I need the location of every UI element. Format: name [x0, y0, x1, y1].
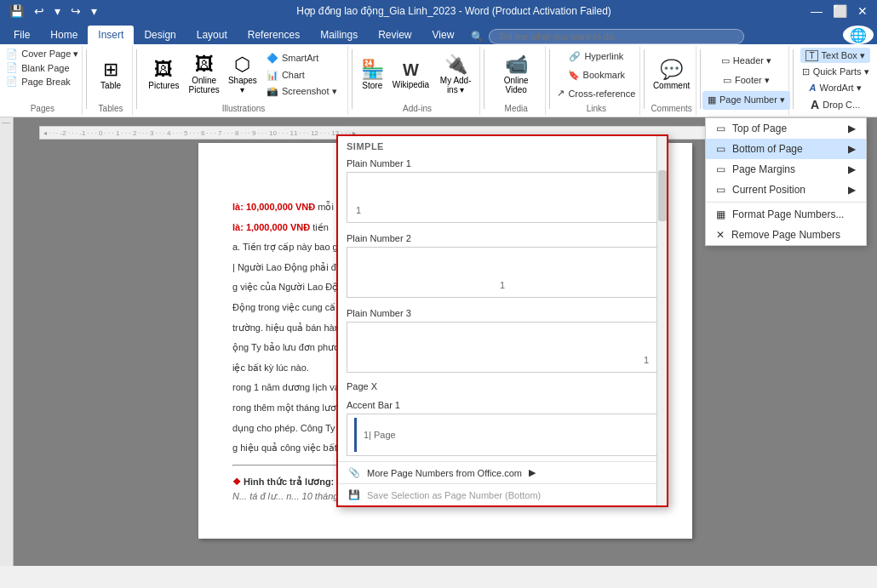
plain-number-2-preview: 1	[347, 247, 658, 298]
tab-view[interactable]: View	[422, 26, 465, 44]
tab-review[interactable]: Review	[368, 26, 421, 44]
screenshot-button[interactable]: 📸 Screenshot ▾	[261, 83, 342, 100]
gallery-scrollbar[interactable]	[656, 136, 667, 505]
redo-button[interactable]: ↪	[68, 3, 83, 20]
tab-references[interactable]: References	[238, 26, 310, 44]
smartart-button[interactable]: 🔷 SmartArt	[261, 50, 342, 66]
remove-page-numbers-item[interactable]: ✕ Remove Page Numbers	[706, 225, 866, 245]
cross-reference-button[interactable]: ↗ Cross-reference	[552, 84, 640, 102]
gallery-page-x-label: Page X	[338, 378, 667, 395]
store-button[interactable]: 🏪 Store	[358, 50, 387, 100]
comment-icon: 💬	[660, 60, 683, 79]
text-box-button[interactable]: T Text Box ▾	[800, 48, 869, 63]
more-icon: 📎	[348, 467, 360, 478]
shapes-button[interactable]: ⬡ Shapes ▾	[226, 50, 260, 100]
plain-number-2-label: Plain Number 2	[347, 233, 658, 243]
current-position-item[interactable]: ▭ Current Position ▶	[706, 180, 866, 200]
wikipedia-button[interactable]: W Wikipedia	[389, 50, 433, 100]
remove-icon: ✕	[716, 229, 725, 241]
minimize-button[interactable]: —	[808, 3, 825, 20]
tab-home[interactable]: Home	[40, 26, 88, 44]
num-2-value: 1	[500, 280, 505, 290]
customize-qat[interactable]: ▾	[89, 3, 100, 20]
salary-label: Hình thức trả lương:	[244, 477, 334, 487]
header-button[interactable]: ▭ Header ▾	[716, 52, 777, 71]
accent-bar-1-preview: 1| Page	[347, 414, 658, 456]
undo-button[interactable]: ↩	[32, 3, 47, 20]
table-button[interactable]: ⊞ Table	[97, 50, 124, 100]
top-of-page-item[interactable]: ▭ Top of Page ▶	[706, 118, 866, 139]
bottom-page-label: Bottom of Page	[732, 143, 803, 155]
tab-insert[interactable]: Insert	[88, 26, 134, 44]
accent-bar-1-item[interactable]: Accent Bar 1 1| Page	[338, 395, 667, 461]
remove-label: Remove Page Numbers	[731, 229, 840, 241]
sep6	[644, 49, 645, 109]
wikipedia-icon: W	[403, 61, 419, 78]
accent-bar-1-label: Accent Bar 1	[347, 400, 658, 410]
more-page-numbers-item[interactable]: 📎 More Page Numbers from Office.com ▶	[338, 461, 667, 483]
tab-file[interactable]: File	[3, 26, 40, 44]
ribbon-group-media: 📹 Online Video Media	[487, 46, 546, 115]
undo-dropdown[interactable]: ▾	[52, 3, 63, 20]
cover-page-button[interactable]: 📄 Cover Page ▾	[3, 48, 82, 60]
save-button[interactable]: 💾	[7, 3, 26, 20]
ribbon-group-links: 🔗 Hyperlink 🔖 Bookmark ↗ Cross-reference…	[553, 46, 640, 115]
plain-number-1-item[interactable]: Plain Number 1 1	[338, 153, 667, 228]
store-icon: 🏪	[361, 60, 384, 79]
quick-access-toolbar: 💾 ↩ ▾ ↪ ▾ Hợp đồng lao động_Gia Linh_202…	[0, 0, 877, 22]
accent-bar-text: 1| Page	[364, 430, 396, 440]
bottom-of-page-item[interactable]: ▭ Bottom of Page ▶	[706, 139, 866, 159]
drop-cap-button[interactable]: A Drop C...	[805, 96, 865, 113]
addins-icon: 🔌	[444, 55, 467, 74]
page-margins-arrow: ▶	[848, 163, 856, 175]
more-arrow: ▶	[529, 467, 536, 478]
ribbon-body: 📄 Cover Page ▾ 📄 Blank Page 📄 Page Break…	[0, 44, 877, 117]
addins-group-label: Add-ins	[403, 102, 432, 113]
hyperlink-button[interactable]: 🔗 Hyperlink	[564, 48, 628, 66]
my-addins-button[interactable]: 🔌 My Add-ins ▾	[434, 50, 477, 100]
save-sel-icon: 💾	[348, 489, 360, 500]
pictures-icon: 🖼	[154, 60, 173, 79]
top-page-arrow: ▶	[848, 123, 856, 134]
format-page-numbers-item[interactable]: ▦ Format Page Numbers...	[706, 204, 866, 225]
blank-page-button[interactable]: 📄 Blank Page	[3, 61, 72, 74]
cover-page-icon: 📄	[6, 49, 18, 60]
page-break-icon: 📄	[6, 76, 18, 87]
plain-number-2-item[interactable]: Plain Number 2 1	[338, 228, 667, 303]
tab-layout[interactable]: Layout	[186, 26, 238, 44]
chart-button[interactable]: 📊 Chart	[261, 67, 342, 83]
sep4	[484, 49, 484, 109]
title-bar-text: Hợp đồng lao động_Gia Linh_2023 - Word (…	[105, 5, 803, 17]
sep7	[700, 49, 701, 109]
sep3	[352, 49, 353, 109]
ribbon-group-text: T Text Box ▾ ⊡ Quick Parts ▾ A WordArt ▾…	[797, 46, 874, 115]
page-break-button[interactable]: 📄 Page Break	[3, 75, 73, 88]
sep5	[549, 49, 550, 109]
page-number-button[interactable]: ▦ Page Number ▾	[702, 91, 790, 110]
ribbon-group-illustrations: 🖼 Pictures 🖼 Online Pictures ⬡ Shapes ▾ …	[140, 46, 347, 115]
current-position-icon: ▭	[716, 184, 725, 196]
comments-group-label: Comments	[651, 102, 691, 113]
quick-parts-icon: ⊡	[802, 66, 810, 77]
plain-number-3-item[interactable]: Plain Number 3 1	[338, 303, 667, 378]
online-pictures-icon: 🖼	[195, 55, 214, 74]
quick-parts-button[interactable]: ⊡ Quick Parts ▾	[797, 64, 874, 79]
bookmark-button[interactable]: 🔖 Bookmark	[563, 66, 631, 84]
pictures-button[interactable]: 🖼 Pictures	[145, 50, 182, 100]
ribbon-group-tables: ⊞ Table Tables	[90, 46, 133, 115]
footer-button[interactable]: ▭ Footer ▾	[718, 71, 775, 90]
online-video-button[interactable]: 📹 Online Video	[492, 50, 540, 100]
wordart-button[interactable]: A WordArt ▾	[805, 80, 867, 95]
comment-button[interactable]: 💬 Comment	[650, 50, 693, 100]
top-page-label: Top of Page	[732, 123, 787, 134]
chart-icon: 📊	[267, 70, 278, 81]
tab-design[interactable]: Design	[134, 26, 186, 44]
close-button[interactable]: ✕	[855, 3, 870, 20]
gallery-section-simple: Simple	[338, 136, 667, 153]
tab-mailings[interactable]: Mailings	[310, 26, 368, 44]
online-pictures-button[interactable]: 🖼 Online Pictures	[184, 50, 224, 100]
page-margins-item[interactable]: ▭ Page Margins ▶	[706, 159, 866, 180]
sep2	[136, 49, 137, 109]
tell-me-input[interactable]	[489, 29, 744, 44]
restore-button[interactable]: ⬜	[830, 3, 850, 20]
